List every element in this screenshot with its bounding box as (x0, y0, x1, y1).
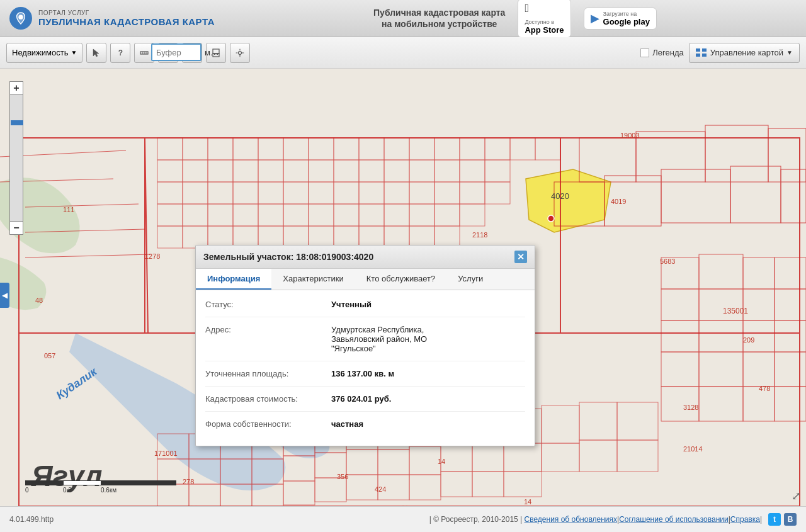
google-play-button[interactable]: ▶ Загрузите на Google play (584, 8, 657, 30)
tab-info[interactable]: Информация (196, 269, 271, 290)
app-store-button[interactable]:  Доступно в App Store (518, 0, 570, 38)
buffer-area: м. (151, 43, 213, 61)
svg-rect-72 (434, 182, 460, 204)
footer-link-updates[interactable]: Сведения об обновлениях (525, 515, 618, 524)
svg-line-19 (25, 204, 139, 207)
svg-rect-36 (283, 138, 309, 160)
svg-rect-100 (661, 258, 699, 289)
svg-rect-46 (535, 138, 560, 160)
svg-point-15 (239, 51, 242, 54)
svg-rect-146 (504, 443, 542, 472)
svg-rect-55 (359, 160, 384, 182)
map-container[interactable]: + − ◀ 19003 4020 4019 4019 2118 5683 127… (0, 69, 806, 506)
info-row-status: Статус: Учтенный (205, 300, 525, 309)
svg-rect-138 (252, 459, 283, 484)
svg-rect-118 (743, 387, 775, 421)
scale-labels: 0 0.3 0.6км (25, 485, 176, 494)
tab-characteristics[interactable]: Характеристики (271, 269, 355, 290)
toolbar-right: Легенда Управление картой ▼ (640, 43, 800, 63)
popup-header: Земельный участок: 18:08:019003:4020 ✕ (196, 246, 535, 269)
svg-rect-132 (542, 405, 579, 443)
divider-4 (205, 411, 525, 412)
zoom-controls: + − (9, 81, 23, 235)
header-subtitle: Портал услуг (38, 9, 215, 16)
svg-rect-155 (315, 478, 346, 502)
svg-rect-153 (252, 484, 283, 506)
svg-rect-61 (157, 182, 183, 204)
svg-rect-37 (309, 138, 334, 160)
tab-services[interactable]: Услуги (446, 269, 494, 290)
legend-button[interactable]: Легенда (640, 48, 683, 57)
settings-button[interactable] (230, 43, 250, 63)
divider-2 (205, 361, 525, 361)
svg-rect-81 (309, 204, 334, 226)
footer-center: | © Росреестр, 2010-2015 | Сведения об о… (429, 515, 762, 524)
manage-map-arrow-icon: ▼ (786, 49, 793, 56)
svg-rect-14 (217, 54, 218, 55)
map-label-424-2: 424 (186, 504, 197, 506)
twitter-button[interactable]: t (768, 513, 781, 526)
zoom-in-button[interactable]: + (9, 81, 23, 95)
zoom-thumb (11, 120, 23, 125)
map-label-057: 057 (44, 352, 55, 359)
svg-rect-152 (220, 484, 252, 506)
manage-map-icon (696, 48, 707, 57)
mobile-promo: Публичная кадастровая карта на мобильном… (373, 7, 505, 30)
svg-rect-105 (699, 320, 743, 352)
footer-link-agreement[interactable]: Соглашение об использовании (619, 515, 729, 524)
svg-rect-40 (384, 138, 409, 160)
map-label-5683: 5683 (660, 258, 675, 265)
svg-rect-52 (283, 160, 309, 182)
scale-seg-1 (25, 480, 63, 485)
nedvizhimost-dropdown[interactable]: Недвижимость ▼ (6, 43, 82, 63)
map-label-21014: 21014 (683, 445, 703, 453)
scale-bar: 0 0.3 0.6км (25, 480, 176, 494)
map-label-48: 48 (35, 297, 43, 304)
svg-rect-141 (346, 450, 378, 475)
buffer-input[interactable] (151, 43, 202, 61)
svg-rect-87 (460, 204, 485, 226)
footer-link-help[interactable]: Справка (730, 515, 760, 524)
fullscreen-button[interactable]: ⤢ (792, 489, 801, 503)
divider-1 (205, 317, 525, 317)
tab-who-serves[interactable]: Кто обслуживает? (355, 269, 446, 290)
zoom-out-button[interactable]: − (9, 221, 23, 235)
svg-rect-48 (183, 160, 208, 182)
select-tool-button[interactable] (86, 43, 106, 63)
area-label: Уточненная площадь: (205, 369, 331, 378)
svg-rect-26 (554, 182, 604, 226)
map-label-14-2: 14 (524, 498, 531, 506)
zoom-slider[interactable] (9, 95, 23, 221)
map-label-2118: 2118 (472, 231, 487, 239)
svg-rect-79 (258, 204, 283, 226)
svg-rect-78 (233, 204, 258, 226)
svg-rect-44 (485, 138, 510, 160)
svg-rect-157 (378, 475, 409, 500)
svg-rect-76 (183, 204, 208, 226)
popup-tabs: Информация Характеристики Кто обслуживае… (196, 269, 535, 290)
status-value: Учтенный (331, 300, 525, 309)
svg-rect-140 (315, 453, 346, 478)
map-label-4020: 4020 (551, 191, 569, 201)
svg-rect-51 (258, 160, 283, 182)
collapse-panel-button[interactable]: ◀ (0, 283, 9, 308)
svg-rect-27 (604, 176, 661, 226)
svg-line-20 (25, 229, 145, 232)
svg-rect-62 (183, 182, 208, 204)
svg-rect-133 (579, 402, 617, 440)
svg-rect-25 (768, 128, 806, 182)
info-row-area: Уточненная площадь: 136 137.00 кв. м (205, 369, 525, 378)
popup-close-button[interactable]: ✕ (514, 251, 527, 263)
svg-rect-139 (283, 456, 315, 481)
svg-rect-82 (334, 204, 359, 226)
svg-rect-106 (661, 352, 699, 387)
manage-map-button[interactable]: Управление картой ▼ (689, 43, 800, 63)
svg-rect-73 (460, 182, 485, 204)
svg-rect-86 (434, 204, 460, 226)
svg-rect-23 (636, 132, 705, 182)
info-tool-button[interactable]: ? (110, 43, 130, 63)
vk-button[interactable]: В (784, 513, 797, 526)
svg-rect-85 (409, 204, 434, 226)
svg-rect-117 (775, 352, 806, 387)
svg-rect-111 (775, 258, 806, 289)
